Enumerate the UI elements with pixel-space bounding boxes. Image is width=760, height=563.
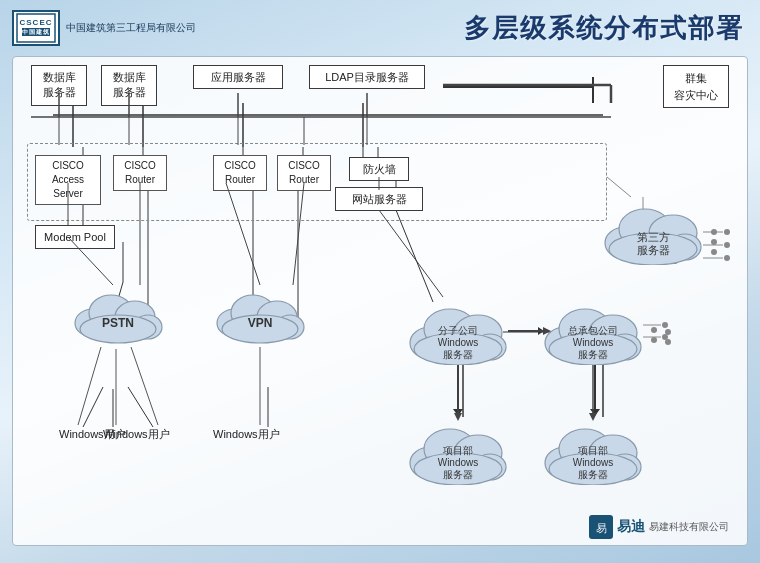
svg-text:服务器: 服务器	[578, 349, 608, 360]
svg-text:服务器: 服务器	[443, 349, 473, 360]
svg-point-131	[662, 322, 668, 328]
cisco-access-server: CISCOAccess Server	[35, 155, 101, 205]
company-logo: CSCEC 中国建筑	[12, 10, 60, 46]
svg-line-113	[607, 177, 631, 197]
vpn-cloud: VPN	[215, 285, 305, 349]
svg-point-127	[724, 242, 730, 248]
svg-point-129	[724, 255, 730, 261]
modem-pool: Modem Pool	[35, 225, 115, 249]
arrow-subsidiary-project	[453, 365, 463, 416]
svg-text:服务器: 服务器	[637, 244, 670, 256]
logo-area: CSCEC 中国建筑 中国建筑第三工程局有限公司	[12, 10, 196, 46]
arrow-general-project	[590, 365, 600, 416]
cisco-router-2: CISCORouter	[213, 155, 267, 191]
svg-line-23	[83, 387, 103, 427]
svg-text:项目部: 项目部	[443, 445, 473, 456]
svg-line-116	[131, 347, 158, 425]
diagram: 数据库服务器 数据库服务器 应用服务器 LDAP目录服务器 群集容灾中心 CIS…	[12, 56, 748, 546]
svg-text:项目部: 项目部	[578, 445, 608, 456]
app-server: 应用服务器	[193, 65, 283, 89]
company-name: 中国建筑第三工程局有限公司	[66, 21, 196, 35]
bottom-logo: 易 易迪 易建科技有限公司	[589, 515, 729, 539]
svg-line-29	[396, 210, 433, 302]
svg-point-133	[662, 334, 668, 340]
svg-line-25	[128, 387, 153, 427]
svg-text:易: 易	[596, 522, 607, 534]
website-server: 网站服务器	[335, 187, 423, 211]
header: CSCEC 中国建筑 中国建筑第三工程局有限公司 多层级系统分布式部署	[0, 0, 760, 52]
svg-text:PSTN: PSTN	[102, 316, 134, 330]
svg-text:中国建筑: 中国建筑	[22, 28, 50, 35]
svg-point-41	[665, 339, 671, 345]
firewall: 防火墙	[349, 157, 409, 181]
ldap-server: LDAP目录服务器	[309, 65, 425, 89]
general-contractor-cloud: 总承包公司 Windows 服务器	[543, 297, 643, 369]
pstn-cloud: PSTN	[73, 285, 163, 349]
brand-name: 易迪	[617, 518, 645, 536]
page-title: 多层级系统分布式部署	[464, 11, 744, 46]
svg-line-114	[78, 347, 101, 425]
svg-text:服务器: 服务器	[578, 469, 608, 480]
project-dept-2-cloud: 项目部 Windows 服务器	[543, 417, 643, 489]
cisco-router-3: CISCORouter	[277, 155, 331, 191]
svg-text:第三方: 第三方	[637, 231, 670, 243]
svg-text:分子公司: 分子公司	[438, 325, 478, 336]
project-dept-1-cloud: 项目部 Windows 服务器	[408, 417, 508, 489]
cisco-router-1: CISCORouter	[113, 155, 167, 191]
svg-text:服务器: 服务器	[443, 469, 473, 480]
svg-point-40	[665, 329, 671, 335]
svg-text:Windows: Windows	[573, 337, 614, 348]
db-server-1: 数据库服务器	[31, 65, 87, 106]
svg-text:CSCEC: CSCEC	[19, 18, 52, 27]
third-party-cloud: 第三方 服务器	[603, 197, 703, 269]
svg-text:总承包公司: 总承包公司	[567, 325, 618, 336]
bottom-company-name: 易建科技有限公司	[649, 520, 729, 534]
svg-text:Windows: Windows	[573, 457, 614, 468]
svg-text:Windows: Windows	[438, 457, 479, 468]
svg-line-112	[379, 210, 443, 297]
svg-text:VPN: VPN	[248, 316, 273, 330]
svg-point-125	[724, 229, 730, 235]
db-server-2: 数据库服务器	[101, 65, 157, 106]
cluster-box: 群集容灾中心	[663, 65, 729, 108]
svg-text:Windows: Windows	[438, 337, 479, 348]
subsidiary-cloud: 分子公司 Windows 服务器	[408, 297, 508, 369]
